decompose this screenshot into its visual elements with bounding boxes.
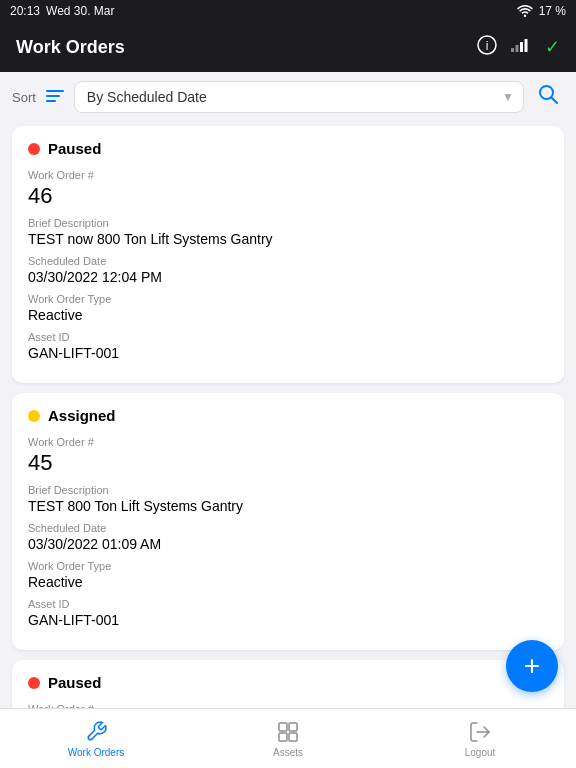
date: Wed 30. Mar	[46, 4, 114, 18]
work-order-card[interactable]: Assigned Work Order # 45 Brief Descripti…	[12, 393, 564, 650]
svg-rect-4	[520, 42, 523, 52]
asset-id-label: Asset ID	[28, 331, 548, 343]
status-bar-right: 17 %	[517, 4, 566, 18]
tab-logout[interactable]: Logout	[384, 720, 576, 758]
status-row: Assigned	[28, 407, 548, 424]
work-order-type-label: Work Order Type	[28, 560, 548, 572]
asset-id-value: GAN-LIFT-001	[28, 345, 548, 361]
wrench-icon	[84, 720, 108, 744]
battery: 17 %	[539, 4, 566, 18]
search-icon	[536, 82, 560, 106]
check-icon[interactable]: ✓	[545, 36, 560, 58]
plus-icon: +	[524, 650, 540, 682]
work-order-number-value: 46	[28, 183, 548, 209]
work-order-number-label: Work Order #	[28, 169, 548, 181]
work-order-card[interactable]: Paused Work Order # 46 Brief Description…	[12, 126, 564, 383]
add-work-order-button[interactable]: +	[506, 640, 558, 692]
page-title: Work Orders	[16, 37, 125, 58]
time: 20:13	[10, 4, 40, 18]
work-orders-list: Paused Work Order # 46 Brief Description…	[0, 120, 576, 768]
scheduled-date-value: 03/30/2022 12:04 PM	[28, 269, 548, 285]
tab-assets-label: Assets	[273, 747, 303, 758]
svg-line-10	[552, 98, 558, 104]
sort-select[interactable]: By Scheduled Date By Work Order # By Sta…	[74, 81, 524, 113]
work-order-number-field: Work Order # 45	[28, 436, 548, 476]
info-icon[interactable]: i	[477, 35, 497, 60]
svg-rect-11	[279, 723, 287, 731]
svg-rect-14	[289, 733, 297, 741]
app-header: Work Orders i ✓	[0, 22, 576, 72]
scheduled-date-field: Scheduled Date 03/30/2022 12:04 PM	[28, 255, 548, 285]
tab-work-orders[interactable]: Work Orders	[0, 720, 192, 758]
status-dot	[28, 410, 40, 422]
search-button[interactable]	[532, 80, 564, 114]
work-order-number-label: Work Order #	[28, 436, 548, 448]
brief-description-label: Brief Description	[28, 217, 548, 229]
scheduled-date-field: Scheduled Date 03/30/2022 01:09 AM	[28, 522, 548, 552]
signal-icon	[511, 38, 531, 56]
status-badge: Paused	[48, 140, 101, 157]
svg-rect-3	[516, 45, 519, 52]
svg-rect-2	[511, 48, 514, 52]
status-bar: 20:13 Wed 30. Mar 17 %	[0, 0, 576, 22]
work-order-type-field: Work Order Type Reactive	[28, 560, 548, 590]
work-order-number-field: Work Order # 46	[28, 169, 548, 209]
asset-id-label: Asset ID	[28, 598, 548, 610]
logout-icon	[468, 720, 492, 744]
work-order-type-label: Work Order Type	[28, 293, 548, 305]
tab-work-orders-label: Work Orders	[68, 747, 125, 758]
assets-icon	[276, 720, 300, 744]
brief-description-value: TEST 800 Ton Lift Systems Gantry	[28, 498, 548, 514]
asset-id-field: Asset ID GAN-LIFT-001	[28, 331, 548, 361]
wifi-icon	[517, 5, 533, 17]
scheduled-date-value: 03/30/2022 01:09 AM	[28, 536, 548, 552]
status-badge: Assigned	[48, 407, 116, 424]
tab-bar: Work Orders Assets Logout	[0, 708, 576, 768]
asset-id-field: Asset ID GAN-LIFT-001	[28, 598, 548, 628]
work-order-type-value: Reactive	[28, 574, 548, 590]
status-dot	[28, 143, 40, 155]
brief-description-value: TEST now 800 Ton Lift Systems Gantry	[28, 231, 548, 247]
sort-bar: Sort By Scheduled Date By Work Order # B…	[0, 72, 576, 120]
sort-select-wrap[interactable]: By Scheduled Date By Work Order # By Sta…	[74, 81, 524, 113]
asset-id-value: GAN-LIFT-001	[28, 612, 548, 628]
svg-rect-13	[279, 733, 287, 741]
status-row: Paused	[28, 140, 548, 157]
brief-description-label: Brief Description	[28, 484, 548, 496]
brief-description-field: Brief Description TEST 800 Ton Lift Syst…	[28, 484, 548, 514]
work-order-type-value: Reactive	[28, 307, 548, 323]
scheduled-date-label: Scheduled Date	[28, 522, 548, 534]
status-bar-left: 20:13 Wed 30. Mar	[10, 4, 115, 18]
sort-icon[interactable]	[44, 86, 66, 108]
svg-rect-12	[289, 723, 297, 731]
tab-logout-label: Logout	[465, 747, 496, 758]
brief-description-field: Brief Description TEST now 800 Ton Lift …	[28, 217, 548, 247]
header-icons: i ✓	[477, 35, 560, 60]
tab-assets[interactable]: Assets	[192, 720, 384, 758]
svg-rect-5	[525, 39, 528, 52]
work-order-number-value: 45	[28, 450, 548, 476]
scheduled-date-label: Scheduled Date	[28, 255, 548, 267]
status-dot	[28, 677, 40, 689]
work-order-type-field: Work Order Type Reactive	[28, 293, 548, 323]
svg-text:i: i	[486, 39, 489, 53]
status-badge: Paused	[48, 674, 101, 691]
sort-label: Sort	[12, 90, 36, 105]
status-row: Paused	[28, 674, 548, 691]
